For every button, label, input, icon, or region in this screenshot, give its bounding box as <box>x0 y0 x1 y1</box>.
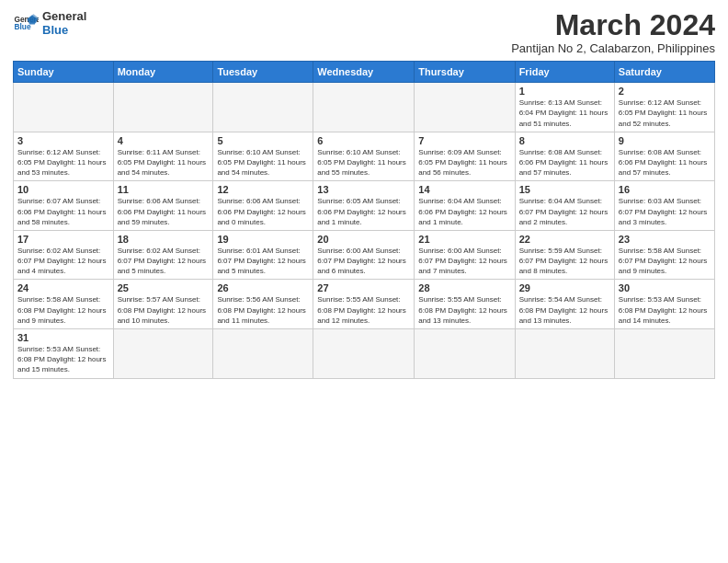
day-number: 6 <box>317 135 410 146</box>
calendar-week-row: 3Sunrise: 6:12 AM Sunset: 6:05 PM Daylig… <box>14 132 715 181</box>
calendar-cell: 12Sunrise: 6:06 AM Sunset: 6:06 PM Dayli… <box>213 181 313 231</box>
day-info: Sunrise: 6:04 AM Sunset: 6:06 PM Dayligh… <box>418 196 510 227</box>
calendar-table: SundayMondayTuesdayWednesdayThursdayFrid… <box>13 61 715 378</box>
calendar-cell: 28Sunrise: 5:55 AM Sunset: 6:08 PM Dayli… <box>415 280 515 329</box>
day-number: 19 <box>217 234 309 245</box>
day-number: 23 <box>619 234 711 245</box>
day-number: 30 <box>619 282 711 293</box>
calendar-cell: 5Sunrise: 6:10 AM Sunset: 6:05 PM Daylig… <box>213 132 313 181</box>
calendar-cell: 21Sunrise: 6:00 AM Sunset: 6:07 PM Dayli… <box>415 230 515 280</box>
day-info: Sunrise: 5:55 AM Sunset: 6:08 PM Dayligh… <box>317 294 410 326</box>
logo-general: General <box>42 9 86 23</box>
calendar-cell: 16Sunrise: 6:03 AM Sunset: 6:07 PM Dayli… <box>614 181 714 231</box>
day-info: Sunrise: 6:00 AM Sunset: 6:07 PM Dayligh… <box>418 246 510 277</box>
generalblue-logo-icon: General Blue <box>13 10 39 36</box>
day-info: Sunrise: 6:06 AM Sunset: 6:06 PM Dayligh… <box>118 196 210 227</box>
calendar-cell <box>113 329 213 379</box>
day-number: 3 <box>17 135 109 146</box>
day-number: 21 <box>418 234 510 245</box>
calendar-cell: 2Sunrise: 6:12 AM Sunset: 6:05 PM Daylig… <box>614 83 714 132</box>
day-number: 4 <box>118 135 210 146</box>
day-number: 28 <box>418 282 510 293</box>
day-number: 2 <box>619 86 711 97</box>
day-number: 9 <box>619 135 711 146</box>
day-number: 5 <box>217 135 309 146</box>
day-number: 8 <box>519 135 610 146</box>
calendar-cell: 19Sunrise: 6:01 AM Sunset: 6:07 PM Dayli… <box>213 230 313 280</box>
weekday-header-tuesday: Tuesday <box>213 62 313 83</box>
title-block: March 2024 Pantijan No 2, Calabarzon, Ph… <box>511 9 715 55</box>
main-title: March 2024 <box>511 9 715 41</box>
logo-blue: Blue <box>42 23 86 37</box>
calendar-cell: 17Sunrise: 6:02 AM Sunset: 6:07 PM Dayli… <box>14 230 114 280</box>
calendar-cell <box>415 83 515 132</box>
day-number: 20 <box>317 234 410 245</box>
page: General Blue General Blue March 2024 Pan… <box>0 0 728 563</box>
day-info: Sunrise: 6:11 AM Sunset: 6:05 PM Dayligh… <box>118 147 210 178</box>
day-info: Sunrise: 5:57 AM Sunset: 6:08 PM Dayligh… <box>118 294 210 326</box>
day-number: 1 <box>519 86 610 97</box>
day-info: Sunrise: 6:04 AM Sunset: 6:07 PM Dayligh… <box>519 196 610 227</box>
day-number: 7 <box>418 135 510 146</box>
calendar-cell: 3Sunrise: 6:12 AM Sunset: 6:05 PM Daylig… <box>14 132 114 181</box>
logo: General Blue General Blue <box>13 9 86 37</box>
calendar-week-row: 31Sunrise: 5:53 AM Sunset: 6:08 PM Dayli… <box>14 329 715 379</box>
day-number: 16 <box>619 184 711 195</box>
day-number: 12 <box>217 184 309 195</box>
calendar-cell: 25Sunrise: 5:57 AM Sunset: 6:08 PM Dayli… <box>113 280 213 329</box>
calendar-week-row: 10Sunrise: 6:07 AM Sunset: 6:06 PM Dayli… <box>14 181 715 231</box>
day-info: Sunrise: 6:01 AM Sunset: 6:07 PM Dayligh… <box>217 246 309 277</box>
day-number: 14 <box>418 184 510 195</box>
weekday-header-monday: Monday <box>113 62 213 83</box>
day-info: Sunrise: 5:58 AM Sunset: 6:08 PM Dayligh… <box>17 294 109 326</box>
calendar-cell: 15Sunrise: 6:04 AM Sunset: 6:07 PM Dayli… <box>515 181 614 231</box>
weekday-header-thursday: Thursday <box>415 62 515 83</box>
calendar-cell: 9Sunrise: 6:08 AM Sunset: 6:06 PM Daylig… <box>614 132 714 181</box>
day-number: 13 <box>317 184 410 195</box>
day-info: Sunrise: 6:00 AM Sunset: 6:07 PM Dayligh… <box>317 246 410 277</box>
calendar-cell: 23Sunrise: 5:58 AM Sunset: 6:07 PM Dayli… <box>614 230 714 280</box>
calendar-cell: 24Sunrise: 5:58 AM Sunset: 6:08 PM Dayli… <box>14 280 114 329</box>
calendar-cell: 27Sunrise: 5:55 AM Sunset: 6:08 PM Dayli… <box>313 280 415 329</box>
calendar-cell: 31Sunrise: 5:53 AM Sunset: 6:08 PM Dayli… <box>14 329 114 379</box>
day-number: 10 <box>17 184 109 195</box>
day-info: Sunrise: 5:59 AM Sunset: 6:07 PM Dayligh… <box>519 246 610 277</box>
day-info: Sunrise: 6:06 AM Sunset: 6:06 PM Dayligh… <box>217 196 309 227</box>
day-info: Sunrise: 6:07 AM Sunset: 6:06 PM Dayligh… <box>17 196 109 227</box>
day-info: Sunrise: 6:12 AM Sunset: 6:05 PM Dayligh… <box>17 147 109 178</box>
calendar-cell: 10Sunrise: 6:07 AM Sunset: 6:06 PM Dayli… <box>14 181 114 231</box>
calendar-cell: 8Sunrise: 6:08 AM Sunset: 6:06 PM Daylig… <box>515 132 614 181</box>
calendar-cell <box>415 329 515 379</box>
day-number: 31 <box>17 332 109 343</box>
calendar-cell: 1Sunrise: 6:13 AM Sunset: 6:04 PM Daylig… <box>515 83 614 132</box>
day-number: 24 <box>17 282 109 293</box>
calendar-cell: 11Sunrise: 6:06 AM Sunset: 6:06 PM Dayli… <box>113 181 213 231</box>
day-info: Sunrise: 6:08 AM Sunset: 6:06 PM Dayligh… <box>519 147 610 178</box>
calendar-cell: 29Sunrise: 5:54 AM Sunset: 6:08 PM Dayli… <box>515 280 614 329</box>
day-info: Sunrise: 5:55 AM Sunset: 6:08 PM Dayligh… <box>418 294 510 326</box>
day-info: Sunrise: 6:12 AM Sunset: 6:05 PM Dayligh… <box>619 98 711 129</box>
calendar-cell <box>313 83 415 132</box>
day-info: Sunrise: 6:10 AM Sunset: 6:05 PM Dayligh… <box>217 147 309 178</box>
calendar-cell <box>614 329 714 379</box>
calendar-week-row: 1Sunrise: 6:13 AM Sunset: 6:04 PM Daylig… <box>14 83 715 132</box>
calendar-week-row: 17Sunrise: 6:02 AM Sunset: 6:07 PM Dayli… <box>14 230 715 280</box>
calendar-cell: 7Sunrise: 6:09 AM Sunset: 6:05 PM Daylig… <box>415 132 515 181</box>
svg-text:Blue: Blue <box>14 22 30 31</box>
day-number: 26 <box>217 282 309 293</box>
weekday-header-friday: Friday <box>515 62 614 83</box>
day-number: 15 <box>519 184 610 195</box>
calendar-cell: 4Sunrise: 6:11 AM Sunset: 6:05 PM Daylig… <box>113 132 213 181</box>
calendar-cell <box>113 83 213 132</box>
calendar-cell: 6Sunrise: 6:10 AM Sunset: 6:05 PM Daylig… <box>313 132 415 181</box>
day-info: Sunrise: 5:53 AM Sunset: 6:08 PM Dayligh… <box>619 294 711 326</box>
header: General Blue General Blue March 2024 Pan… <box>13 9 715 55</box>
calendar-cell <box>515 329 614 379</box>
day-number: 27 <box>317 282 410 293</box>
calendar-cell: 14Sunrise: 6:04 AM Sunset: 6:06 PM Dayli… <box>415 181 515 231</box>
day-number: 18 <box>118 234 210 245</box>
day-info: Sunrise: 6:03 AM Sunset: 6:07 PM Dayligh… <box>619 196 711 227</box>
calendar-cell <box>313 329 415 379</box>
day-info: Sunrise: 6:08 AM Sunset: 6:06 PM Dayligh… <box>619 147 711 178</box>
subtitle: Pantijan No 2, Calabarzon, Philippines <box>511 41 715 55</box>
